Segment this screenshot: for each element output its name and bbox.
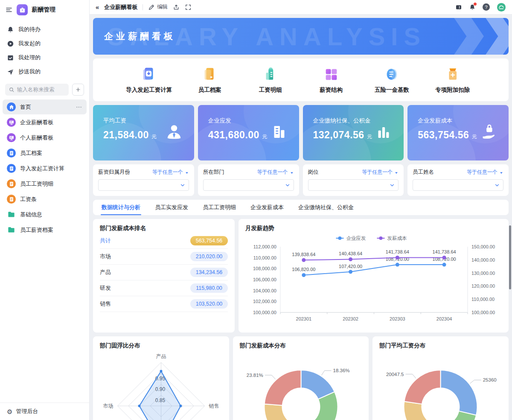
- search-icon: [9, 87, 15, 93]
- stat-value-number: 431,680.00: [208, 129, 259, 140]
- svg-text:发薪成本: 发薪成本: [387, 236, 407, 241]
- sidebar-menu-item[interactable]: 个人薪酬看板: [3, 130, 87, 145]
- filter-operator-dropdown[interactable]: 等于任意一个: [467, 169, 503, 176]
- stat-card: 企业发薪成本 563,754.56元: [407, 105, 509, 160]
- svg-text:202304: 202304: [436, 316, 452, 321]
- scrollbar-thumb[interactable]: [509, 225, 511, 289]
- cost-distribution-chart: 18.36%37.25%20.57%23.81%: [240, 350, 362, 420]
- caret-down-icon: [185, 170, 189, 175]
- sidebar-menu-item[interactable]: 员工档案: [3, 146, 87, 160]
- tab[interactable]: 员工工资明细: [203, 200, 236, 215]
- hamburger-menu-icon[interactable]: [5, 6, 13, 14]
- filter-operator-dropdown[interactable]: 等于任意一个: [362, 169, 399, 176]
- sidebar-menu-item[interactable]: 工资条: [3, 192, 87, 207]
- filter-select[interactable]: [98, 179, 189, 191]
- help-icon[interactable]: ?: [483, 3, 490, 11]
- ranking-row-label: 共计: [100, 237, 111, 245]
- quick-action-icon: [201, 66, 218, 82]
- filter-select[interactable]: [413, 179, 503, 191]
- chevron-down-icon: [494, 182, 500, 188]
- filter-head: 薪资归属月份 等于任意一个: [98, 169, 189, 176]
- svg-text:202302: 202302: [343, 316, 358, 321]
- filter-label: 岗位: [308, 169, 319, 176]
- sidebar-menu: 首页 企业薪酬看板 个人薪酬看板 员工档案: [0, 99, 89, 238]
- panel-title: 部门发薪成本分布: [240, 342, 362, 350]
- sidebar-menu-item[interactable]: 员工薪资档案: [3, 222, 87, 237]
- ranking-row: 市场 210,020.00: [100, 249, 228, 265]
- sidebar-menu-item-icon: [7, 164, 16, 173]
- quick-action[interactable]: 导入发起工资计算: [119, 66, 179, 94]
- dashboard-content: SALARY ANALYSIS 企业薪酬看板 导入发起工资计算 员工档案: [90, 15, 512, 420]
- svg-text:202301: 202301: [296, 316, 312, 321]
- filter-card: 所在部门 等于任意一个: [198, 164, 299, 196]
- fullscreen-icon[interactable]: [185, 4, 192, 11]
- sidebar-item[interactable]: 抄送我的: [3, 65, 87, 79]
- quick-action[interactable]: 专项附加扣除: [422, 66, 483, 94]
- quick-action-label: 员工档案: [198, 86, 221, 94]
- sidebar-menu-item[interactable]: 企业薪酬看板: [3, 115, 87, 130]
- filter-head: 所在部门 等于任意一个: [203, 169, 294, 176]
- analysis-row-2: 部门固浮比分布 0.950.900.85产品销售市场 部门发薪成本分布 18.3…: [93, 336, 509, 420]
- sidebar-menu-item[interactable]: 基础信息: [3, 207, 87, 222]
- search-input[interactable]: 输入名称来搜索: [5, 84, 69, 96]
- admin-backend-link[interactable]: ⚙ 管理后台: [0, 402, 89, 420]
- share-icon[interactable]: [173, 4, 180, 11]
- svg-text:130,000.00: 130,000.00: [471, 271, 495, 276]
- tab[interactable]: 数据统计与分析: [102, 200, 140, 215]
- search-placeholder: 输入名称来搜索: [17, 86, 55, 93]
- svg-text:销售: 销售: [209, 403, 219, 409]
- page-title: 企业薪酬看板: [104, 3, 137, 11]
- sidebar-menu-item-icon: [7, 195, 16, 204]
- sidebar-menu-item[interactable]: 导入发起工资计算: [3, 161, 87, 176]
- stat-value-unit: 元: [151, 134, 157, 140]
- stat-value-number: 563,754.56: [418, 129, 469, 140]
- tab[interactable]: 员工实发应发: [155, 200, 188, 215]
- filter-operator-dropdown[interactable]: 等于任意一个: [257, 169, 294, 176]
- admin-backend-label: 管理后台: [16, 408, 38, 415]
- svg-text:139,838.64: 139,838.64: [292, 252, 315, 257]
- quick-action[interactable]: 五险一金基数: [361, 66, 422, 94]
- sidebar-menu-item-icon: [7, 102, 16, 111]
- quick-action-label: 工资明细: [259, 86, 282, 94]
- filter-card: 员工姓名 等于任意一个: [407, 164, 509, 196]
- more-options-icon[interactable]: [76, 104, 82, 111]
- panel-toggle-icon[interactable]: [455, 4, 462, 11]
- pencil-icon: [148, 4, 155, 11]
- user-avatar[interactable]: [497, 3, 506, 12]
- svg-text:106,000.00: 106,000.00: [253, 277, 276, 282]
- svg-text:140,000.00: 140,000.00: [471, 257, 495, 262]
- tabs-bar: 数据统计与分析 员工实发应发 员工工资明细 企业发薪成本 企业缴纳社保、公积金: [93, 200, 509, 215]
- svg-text:100,000.00: 100,000.00: [253, 310, 276, 315]
- quick-action[interactable]: 工资明细: [240, 66, 301, 94]
- sidebar-menu-item[interactable]: 首页: [3, 99, 87, 114]
- quick-action-label: 专项附加扣除: [435, 86, 470, 94]
- add-button[interactable]: [72, 84, 84, 96]
- filter-select[interactable]: [308, 179, 399, 191]
- sidebar-item[interactable]: 我发起的: [3, 37, 87, 50]
- filter-head: 员工姓名 等于任意一个: [413, 169, 503, 176]
- quick-action[interactable]: 员工档案: [179, 66, 240, 94]
- cost-distribution-panel: 部门发薪成本分布 18.36%37.25%20.57%23.81%: [233, 336, 369, 420]
- tab[interactable]: 企业缴纳社保、公积金: [298, 200, 354, 215]
- sidebar-item[interactable]: 我的待办: [3, 23, 87, 36]
- filter-select[interactable]: [203, 179, 294, 191]
- collapse-sidebar-icon[interactable]: «: [96, 3, 99, 11]
- svg-text:110,000.00: 110,000.00: [471, 297, 495, 302]
- sidebar-item[interactable]: 我处理的: [3, 51, 87, 64]
- ranking-row-label: 研发: [100, 284, 111, 292]
- quick-action-label: 五险一金基数: [375, 86, 409, 94]
- filter-label: 薪资归属月份: [98, 169, 130, 176]
- filter-operator-label: 等于任意一个: [152, 169, 183, 176]
- chevron-down-icon: [180, 182, 186, 188]
- svg-text:120,000.00: 120,000.00: [471, 283, 495, 289]
- stat-card-icon: [374, 122, 393, 143]
- notifications-icon[interactable]: [469, 4, 476, 11]
- quick-action[interactable]: 薪资结构: [301, 66, 361, 94]
- quick-action-icon: [445, 66, 461, 82]
- svg-text:20047.5: 20047.5: [386, 372, 404, 377]
- edit-button[interactable]: 编辑: [148, 3, 168, 11]
- sidebar-menu-item[interactable]: 员工工资明细: [3, 176, 87, 191]
- filter-operator-dropdown[interactable]: 等于任意一个: [152, 169, 189, 176]
- filters: 薪资归属月份 等于任意一个 所在部门: [93, 164, 509, 196]
- tab[interactable]: 企业发薪成本: [250, 200, 284, 215]
